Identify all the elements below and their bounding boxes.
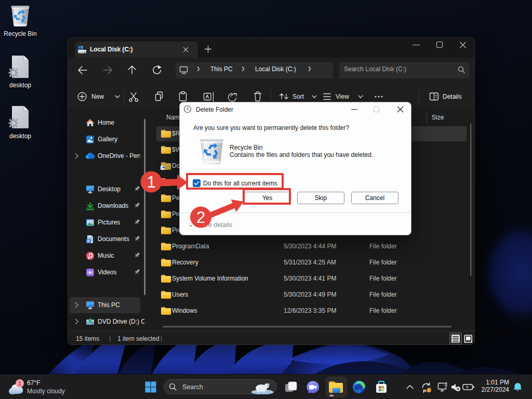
svg-text:1: 1 [18, 380, 21, 387]
